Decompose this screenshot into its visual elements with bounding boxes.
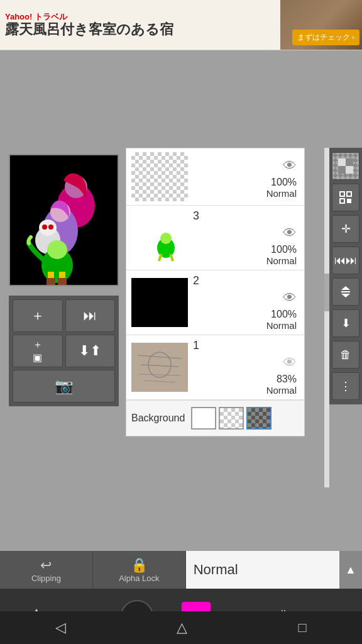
left-tools: ＋ ⏭ ＋▣ ⬇⬆ 📷 (9, 296, 119, 406)
svg-rect-14 (58, 278, 67, 285)
add-layer-button[interactable]: ＋ (13, 299, 63, 332)
transform-button[interactable] (332, 184, 359, 211)
layer-row-3[interactable]: 3 👁 100% Normal (126, 206, 304, 270)
bg-swatch-dark-checker[interactable] (246, 407, 272, 430)
svg-rect-18 (131, 343, 188, 392)
svg-rect-26 (346, 158, 353, 166)
right-toolbar: ✛ ⏮⏭ ⬇ 🗑 ⋮ (329, 148, 362, 404)
flip-layer-button[interactable]: ⏭ (65, 299, 116, 332)
background-label: Background (131, 413, 185, 424)
svg-point-6 (39, 219, 57, 236)
layer-opacity-2: 100% (271, 309, 297, 320)
layer-opacity-1: 83% (277, 374, 297, 385)
svg-rect-13 (47, 278, 55, 285)
svg-rect-31 (347, 199, 351, 203)
ad-main-text: 露天風呂付き客室のある宿 (5, 21, 275, 38)
scrollbar-thumb[interactable] (324, 274, 329, 311)
camera-button[interactable]: 📷 (13, 370, 115, 402)
current-mode-label: Normal (194, 562, 238, 578)
main-area: ＋ ⏭ ＋▣ ⬇⬆ 📷 👁 100% Normal (0, 50, 362, 589)
panel-scrollbar[interactable] (324, 148, 329, 487)
layer-mode-top: Normal (266, 188, 297, 199)
bg-swatch-checker[interactable] (219, 407, 244, 430)
clipping-label: Clipping (31, 574, 61, 583)
layer-number-1: 1 (193, 339, 199, 352)
layer-row-top[interactable]: 👁 100% Normal (126, 148, 304, 206)
svg-marker-32 (341, 286, 350, 290)
layer-thumbnail-2 (131, 278, 188, 327)
artwork-preview (10, 155, 118, 285)
mode-select[interactable]: Normal (186, 551, 339, 589)
layer-thumbnail-top (131, 152, 188, 201)
layer-opacity-top: 100% (271, 177, 297, 188)
back-system-button[interactable]: ◁ (55, 619, 66, 636)
layer-thumbnail-1 (131, 343, 188, 392)
svg-marker-33 (341, 294, 350, 297)
layer-eye-top[interactable]: 👁 (283, 158, 297, 174)
svg-point-10 (47, 240, 67, 259)
layer-mode-2: Normal (266, 320, 297, 331)
layer-eye-1[interactable]: 👁 (283, 355, 297, 371)
layer-panel: 👁 100% Normal 3 👁 100 (126, 148, 305, 436)
canvas-preview[interactable] (9, 154, 119, 286)
svg-point-7 (42, 225, 47, 230)
layer-thumbnail-3 (131, 213, 188, 262)
layer-mode-1: Normal (266, 385, 297, 396)
svg-rect-25 (346, 166, 353, 174)
ad-banner[interactable]: Yahoo! トラベル 露天風呂付き客室のある宿 まずはチェック › (0, 0, 362, 50)
ad-text: Yahoo! トラベル 露天風呂付き客室のある宿 (0, 9, 280, 41)
mode-arrow-up-button[interactable]: ▲ (339, 551, 362, 589)
layer-opacity-3: 100% (271, 244, 297, 255)
layer-info-1: 1 👁 83% Normal (193, 339, 299, 396)
svg-point-17 (160, 233, 172, 244)
system-nav: ◁ △ □ (0, 611, 362, 644)
ad-cta-button[interactable]: まずはチェック › (292, 30, 359, 45)
bg-swatch-white[interactable] (191, 407, 216, 430)
svg-rect-28 (340, 192, 344, 196)
svg-rect-30 (340, 199, 344, 203)
home-system-button[interactable]: △ (177, 619, 187, 636)
ad-image: まずはチェック › (280, 0, 362, 50)
svg-rect-29 (347, 192, 351, 196)
svg-rect-27 (338, 166, 346, 174)
recents-system-button[interactable]: □ (299, 619, 307, 636)
layer-row-2[interactable]: 2 👁 100% Normal (126, 270, 304, 335)
svg-rect-24 (338, 158, 346, 166)
layer-info-top: 👁 100% Normal (193, 155, 299, 199)
alpha-lock-button[interactable]: 🔒 Alpha Lock (93, 551, 186, 589)
layer-eye-2[interactable]: 👁 (283, 290, 297, 306)
move-button[interactable]: ✛ (332, 215, 359, 243)
svg-rect-15 (131, 213, 188, 262)
flip-button[interactable]: ⏮⏭ (332, 247, 359, 274)
layer-info-2: 2 👁 100% Normal (193, 274, 299, 331)
background-row: Background (126, 400, 304, 436)
layer-eye-3[interactable]: 👁 (283, 225, 297, 242)
download-button[interactable]: ⬇ (332, 309, 359, 337)
more-options-button[interactable]: ⋮ (332, 372, 359, 400)
compress-button[interactable]: ⬇⬆ (65, 335, 116, 367)
compress-v-button[interactable] (332, 278, 359, 306)
yahoo-logo: Yahoo! トラベル (5, 12, 275, 22)
delete-button[interactable]: 🗑 (332, 341, 359, 369)
mode-bar: ↩ Clipping 🔒 Alpha Lock Normal ▲ (0, 551, 362, 589)
layer-row-1[interactable]: 1 👁 83% Normal (126, 335, 304, 400)
layer-number-2: 2 (193, 274, 199, 287)
alpha-lock-label: Alpha Lock (119, 574, 159, 583)
layer-number-3: 3 (193, 209, 199, 223)
checker-pattern-button[interactable] (332, 152, 359, 180)
layer-info-3: 3 👁 100% Normal (193, 209, 299, 266)
add-group-button[interactable]: ＋▣ (13, 335, 63, 367)
clipping-button[interactable]: ↩ Clipping (0, 551, 93, 589)
svg-point-8 (48, 225, 53, 230)
layer-mode-3: Normal (266, 255, 297, 266)
